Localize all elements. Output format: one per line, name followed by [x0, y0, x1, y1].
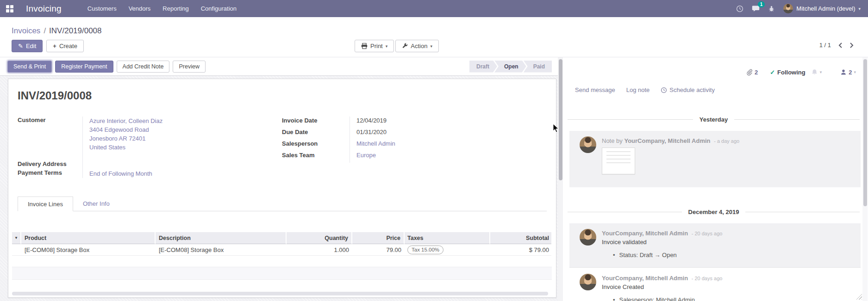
column-subtotal[interactable]: Subtotal — [490, 232, 551, 244]
chatter-actions: Send message Log note Schedule activity — [575, 86, 715, 93]
chevron-down-icon[interactable]: ▾ — [820, 70, 822, 74]
cell-subtotal: $ 79.00 — [490, 244, 551, 256]
create-button[interactable]: + Create — [46, 40, 84, 52]
status-step-open[interactable]: Open — [494, 61, 526, 73]
following-button[interactable]: Following — [777, 69, 806, 76]
control-panel: Invoices/INV/2019/0008 ✎ Edit + Create P… — [0, 17, 868, 57]
empty-row — [12, 267, 552, 280]
activities-clock-icon[interactable] — [736, 5, 743, 12]
tab-other-info[interactable]: Other Info — [73, 197, 119, 211]
chatter-message-note: Note by YourCompany, Mitchell Admin - a … — [569, 131, 861, 187]
avatar — [580, 229, 596, 246]
menu-vendors[interactable]: Vendors — [129, 5, 151, 12]
pager-value: 1 / 1 — [819, 42, 831, 49]
chevron-down-icon: ▾ — [858, 6, 861, 11]
pager-previous-icon[interactable] — [838, 42, 843, 49]
avatar — [580, 274, 596, 290]
log-note-button[interactable]: Log note — [626, 86, 650, 93]
delivery-address-field[interactable] — [89, 160, 282, 169]
tax-badge: Tax 15.00% — [407, 246, 443, 254]
apps-grid-icon[interactable] — [6, 5, 13, 12]
sort-caret-icon[interactable]: ▼ — [12, 232, 21, 244]
user-avatar — [783, 4, 793, 13]
breadcrumb-invoices-link[interactable]: Invoices — [12, 26, 40, 35]
menu-configuration[interactable]: Configuration — [201, 5, 237, 12]
debug-bug-icon[interactable] — [768, 5, 775, 12]
chatter-scrollbar-thumb[interactable] — [863, 59, 867, 206]
column-taxes[interactable]: Taxes — [405, 232, 490, 244]
paperclip-icon[interactable] — [746, 69, 753, 76]
customer-field[interactable]: Azure Interior, Colleen Diaz 3404 Edgewo… — [89, 117, 282, 156]
table-header-row: ▼ Product Description Quantity Price Tax… — [12, 232, 552, 244]
message-author[interactable]: YourCompany, Mitchell Admin — [602, 275, 688, 282]
attachment-count[interactable]: 2 — [755, 69, 758, 76]
invoice-lines-table: ▼ Product Description Quantity Price Tax… — [12, 232, 552, 280]
column-quantity[interactable]: Quantity — [287, 232, 352, 244]
form-scrollbar-thumb[interactable] — [559, 59, 562, 180]
form-statusbar: Send & Print Register Payment Add Credit… — [0, 57, 563, 76]
customer-label: Customer — [18, 117, 82, 156]
edit-button[interactable]: ✎ Edit — [12, 40, 43, 52]
follower-count[interactable]: 2 — [849, 69, 852, 76]
horizontal-scrollbar[interactable] — [12, 292, 548, 295]
messages-icon[interactable]: 1 — [752, 5, 760, 12]
field-groups: Customer Delivery Address Payment Terms … — [18, 117, 547, 178]
send-message-button[interactable]: Send message — [575, 86, 615, 93]
table-row[interactable]: [E-COM08] Storage Box [E-COM08] Storage … — [12, 244, 552, 256]
menu-reporting[interactable]: Reporting — [162, 5, 188, 12]
chatter-scrollbar[interactable] — [862, 57, 868, 301]
chevron-down-icon: ▾ — [430, 44, 432, 49]
action-button[interactable]: Action ▾ — [395, 40, 439, 52]
print-action-buttons: Print ▾ Action ▾ — [355, 40, 439, 52]
cell-price: 79.00 — [352, 244, 405, 256]
tab-invoice-lines[interactable]: Invoice Lines — [18, 197, 73, 211]
message-author[interactable]: YourCompany, Mitchell Admin — [624, 137, 710, 144]
chatter-message-validated: YourCompany, Mitchell Admin - 20 days ag… — [569, 223, 861, 268]
chevron-down-icon[interactable]: ▾ — [854, 70, 856, 74]
message-header: Note by YourCompany, Mitchell Admin - a … — [602, 137, 854, 144]
preview-button[interactable]: Preview — [173, 61, 205, 73]
sales-team-label: Sales Team — [282, 151, 350, 163]
tracking-value: •Salesperson: Mitchell Admin — [613, 296, 854, 301]
statusbar-buttons: Send & Print Register Payment Add Credit… — [7, 61, 206, 73]
sales-team-field[interactable]: Europe — [356, 151, 486, 163]
bell-icon[interactable] — [811, 68, 818, 76]
menu-customers[interactable]: Customers — [87, 5, 117, 12]
print-button[interactable]: Print ▾ — [355, 40, 394, 52]
column-description[interactable]: Description — [156, 232, 287, 244]
payment-terms-field[interactable]: End of Following Month — [89, 169, 282, 178]
date-divider: December 4, 2019 — [568, 208, 860, 215]
left-field-group: Customer Delivery Address Payment Terms … — [18, 117, 282, 178]
invoice-date-label: Invoice Date — [282, 117, 350, 128]
chatter-panel: 2 ✓ Following ▾ 2 ▾ Send message Log not… — [563, 57, 868, 301]
pager-next-icon[interactable] — [849, 42, 854, 49]
register-payment-button[interactable]: Register Payment — [55, 61, 113, 73]
cell-product: [E-COM08] Storage Box — [21, 244, 156, 256]
followers-person-icon[interactable] — [840, 69, 847, 75]
plus-icon: + — [53, 43, 56, 49]
date-divider: Yesterday — [568, 116, 860, 123]
send-print-button[interactable]: Send & Print — [7, 61, 52, 73]
user-name: Mitchell Admin (devel) — [796, 5, 855, 12]
user-menu[interactable]: Mitchell Admin (devel) ▾ — [783, 4, 861, 13]
salesperson-field[interactable]: Mitchell Admin — [356, 140, 486, 151]
status-step-draft[interactable]: Draft — [469, 61, 497, 73]
schedule-activity-button[interactable]: Schedule activity — [661, 86, 715, 93]
attachment-preview[interactable] — [602, 147, 635, 174]
column-product[interactable]: Product — [21, 232, 156, 244]
form-scrollbar[interactable] — [558, 57, 563, 301]
message-author[interactable]: YourCompany, Mitchell Admin — [602, 230, 688, 237]
right-field-group: Invoice Date Due Date Salesperson Sales … — [282, 117, 486, 178]
add-credit-note-button[interactable]: Add Credit Note — [117, 61, 170, 73]
status-step-paid[interactable]: Paid — [524, 61, 552, 73]
breadcrumb-current: INV/2019/0008 — [49, 26, 101, 35]
message-body: Invoice Created — [602, 283, 854, 290]
status-steps: Draft Open Paid — [469, 61, 552, 73]
tracking-value: •Status: Draft → Open — [613, 252, 854, 258]
chevron-down-icon: ▾ — [386, 44, 388, 49]
message-header: YourCompany, Mitchell Admin - 20 days ag… — [602, 275, 854, 282]
navbar-right: 1 Mitchell Admin (devel) ▾ — [736, 4, 861, 13]
column-price[interactable]: Price — [352, 232, 405, 244]
app-title[interactable]: Invoicing — [26, 4, 62, 14]
main-menu: Customers Vendors Reporting Configuratio… — [87, 5, 237, 12]
